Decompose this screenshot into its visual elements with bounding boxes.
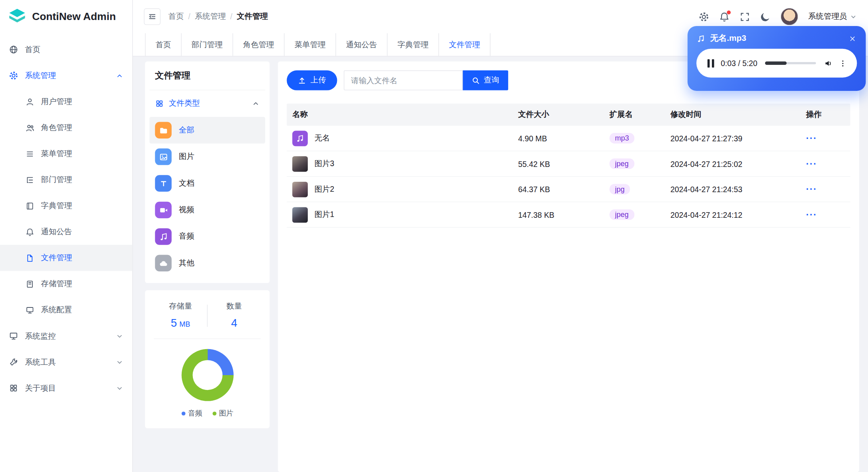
pause-button[interactable] <box>706 58 715 68</box>
notifications-button[interactable] <box>719 11 730 22</box>
monitor-icon <box>26 305 34 314</box>
file-type-label: 文档 <box>179 179 194 189</box>
table-row[interactable]: 图片3 55.42 KB jpeg 2024-04-27 21:25:02 ··… <box>287 151 850 177</box>
sidebar-collapse-button[interactable] <box>144 8 160 25</box>
file-type-item-audio[interactable]: 音频 <box>149 223 265 250</box>
storage-label: 存储量 <box>154 301 207 311</box>
section-label: 文件类型 <box>169 98 200 108</box>
user-menu[interactable]: 系统管理员 <box>808 12 857 22</box>
sidebar-item-menu-management[interactable]: 菜单管理 <box>0 141 132 167</box>
file-type-item-video[interactable]: 视频 <box>149 197 265 223</box>
tab-notice-announcement[interactable]: 通知公告 <box>336 33 388 56</box>
search-input[interactable] <box>344 70 463 90</box>
sidebar-item-about-project[interactable]: 关于项目 <box>0 375 132 401</box>
file-filter-panel: 文件管理 文件类型 全部 图片 <box>145 62 269 283</box>
app-logo-icon <box>8 7 26 26</box>
file-name: 图片1 <box>315 210 335 220</box>
legend-item-image: 图片 <box>212 408 233 418</box>
sidebar-item-file-management[interactable]: 文件管理 <box>0 245 132 271</box>
sidebar-item-system-tools[interactable]: 系统工具 <box>0 349 132 375</box>
audio-player: 无名.mp3 0:03 / 5:20 <box>688 26 866 91</box>
breadcrumb-item-home[interactable]: 首页 <box>168 12 184 22</box>
search-button[interactable]: 查询 <box>463 70 508 90</box>
row-actions-button[interactable]: ··· <box>806 133 817 144</box>
sidebar-item-label: 菜单管理 <box>41 149 123 159</box>
sidebar-item-system-monitor[interactable]: 系统监控 <box>0 323 132 349</box>
app-title: ContiNew Admin <box>32 10 116 22</box>
tab-department-management[interactable]: 部门管理 <box>182 33 233 56</box>
breadcrumb: 首页 / 系统管理 / 文件管理 <box>168 12 268 22</box>
document-icon <box>155 175 171 192</box>
player-controls: 0:03 / 5:20 <box>696 49 857 78</box>
file-type-label: 音频 <box>179 231 194 241</box>
donut-hole <box>192 360 223 390</box>
file-name: 图片2 <box>315 184 335 194</box>
horizontal-divider <box>154 339 261 339</box>
file-type-item-all[interactable]: 全部 <box>149 117 265 143</box>
avatar[interactable] <box>780 8 798 25</box>
sidebar-item-system-config[interactable]: 系统配置 <box>0 297 132 323</box>
file-type-item-document[interactable]: 文档 <box>149 170 265 197</box>
chevron-down-icon <box>850 13 857 20</box>
table-row[interactable]: 图片2 64.37 KB jpg 2024-04-27 21:24:53 ··· <box>287 177 850 202</box>
tree-icon <box>26 175 34 184</box>
row-actions-button[interactable]: ··· <box>806 184 817 195</box>
settings-button[interactable] <box>699 11 709 22</box>
kebab-menu-icon[interactable] <box>839 59 847 67</box>
sidebar-item-label: 关于项目 <box>25 383 109 393</box>
file-size: 147.38 KB <box>518 210 609 219</box>
sidebar-item-label: 系统监控 <box>25 331 109 341</box>
fullscreen-button[interactable] <box>740 11 750 22</box>
player-title: 无名.mp3 <box>710 33 843 44</box>
column-header-name: 名称 <box>287 110 518 120</box>
sidebar-item-system-management[interactable]: 系统管理 <box>0 62 132 88</box>
chevron-down-icon <box>116 384 123 392</box>
sidebar-item-home[interactable]: 首页 <box>0 36 132 62</box>
tab-role-management[interactable]: 角色管理 <box>233 33 285 56</box>
close-icon[interactable] <box>848 34 857 43</box>
tab-menu-management[interactable]: 菜单管理 <box>285 33 336 56</box>
app-logo[interactable]: ContiNew Admin <box>0 0 132 33</box>
row-actions-button[interactable]: ··· <box>806 158 817 169</box>
column-header-ext: 扩展名 <box>609 110 670 120</box>
sidebar-item-department-management[interactable]: 部门管理 <box>0 167 132 193</box>
file-ext-tag: mp3 <box>609 133 635 143</box>
sidebar-item-dictionary-management[interactable]: 字典管理 <box>0 193 132 219</box>
breadcrumb-item-current: 文件管理 <box>237 12 268 22</box>
user-icon <box>26 97 34 106</box>
legend-dot <box>181 411 185 415</box>
file-type-item-other[interactable]: 其他 <box>149 250 265 276</box>
legend-label: 音频 <box>188 408 202 418</box>
upload-icon <box>298 76 306 84</box>
sidebar-item-notice-announcement[interactable]: 通知公告 <box>0 219 132 245</box>
breadcrumb-item-system[interactable]: 系统管理 <box>195 12 226 22</box>
username: 系统管理员 <box>808 12 847 22</box>
files-table: 名称 文件大小 扩展名 修改时间 操作 无名 4.90 MB mp3 202 <box>287 104 850 228</box>
sidebar-item-storage-management[interactable]: 存储管理 <box>0 271 132 297</box>
search-group: 查询 <box>344 70 508 90</box>
file-type-section-toggle[interactable]: 文件类型 <box>149 90 265 117</box>
sidebar-item-user-management[interactable]: 用户管理 <box>0 88 132 114</box>
storage-stats-panel: 存储量 5 MB 数量 4 音频 <box>145 290 269 428</box>
row-actions-button[interactable]: ··· <box>806 209 817 220</box>
table-row[interactable]: 无名 4.90 MB mp3 2024-04-27 21:27:39 ··· <box>287 126 850 151</box>
file-thumbnail <box>292 156 308 172</box>
sidebar: ContiNew Admin 首页 系统管理 用户管理 角色管理 <box>0 0 133 472</box>
tab-home[interactable]: 首页 <box>145 33 181 56</box>
audio-file-icon <box>292 131 308 146</box>
storage-value: 5 <box>171 317 177 329</box>
tab-dictionary-management[interactable]: 字典管理 <box>387 33 439 56</box>
table-row[interactable]: 图片1 147.38 KB jpeg 2024-04-27 21:24:12 ·… <box>287 202 850 228</box>
sidebar-item-role-management[interactable]: 角色管理 <box>0 114 132 141</box>
tab-file-management[interactable]: 文件管理 <box>439 33 491 56</box>
volume-icon[interactable] <box>824 58 833 68</box>
file-modified: 2024-04-27 21:24:53 <box>670 185 806 193</box>
dark-mode-button[interactable] <box>760 11 770 22</box>
sidebar-item-label: 文件管理 <box>41 253 123 263</box>
progress-slider[interactable] <box>765 62 816 64</box>
file-type-label: 视频 <box>179 205 194 215</box>
file-size: 4.90 MB <box>518 134 609 143</box>
stats-row: 存储量 5 MB 数量 4 <box>154 301 261 330</box>
file-type-item-image[interactable]: 图片 <box>149 143 265 170</box>
upload-button[interactable]: 上传 <box>287 70 337 90</box>
